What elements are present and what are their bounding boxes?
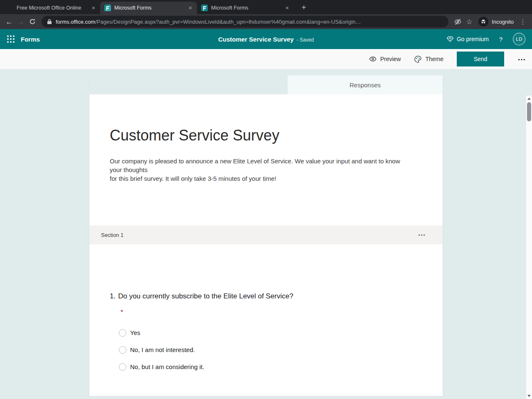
question-1[interactable]: 1. Do you currently subscribe to the Eli…: [110, 291, 420, 375]
browser-menu-button[interactable]: ⋮: [517, 16, 529, 27]
tab-close-icon[interactable]: ×: [187, 5, 194, 11]
star-icon: ☆: [466, 18, 473, 25]
back-icon: ←: [6, 18, 13, 25]
theme-button[interactable]: Theme: [414, 55, 443, 63]
microsoft-forms-icon: [104, 5, 111, 11]
reload-icon: [29, 18, 36, 25]
header-actions: Go premium ? LD: [447, 33, 525, 45]
send-button[interactable]: Send: [457, 52, 504, 66]
microsoft-forms-icon: [201, 5, 208, 11]
required-marker: *: [121, 309, 420, 317]
url-text: forms.office.com/Pages/DesignPage.aspx?a…: [56, 19, 361, 25]
form-description[interactable]: Our company is pleased to announce a new…: [110, 157, 409, 183]
tab-title: Microsoft Forms: [114, 5, 184, 11]
section-label: Section 1: [101, 232, 123, 238]
diamond-icon: [447, 36, 453, 42]
back-button[interactable]: ←: [3, 16, 15, 27]
section-header: Section 1 …: [89, 225, 443, 244]
tab-title: Microsoft Forms: [211, 5, 281, 11]
radio-option[interactable]: Yes: [110, 324, 420, 341]
lock-icon: [47, 19, 52, 25]
radio-button[interactable]: [119, 346, 126, 354]
incognito-icon: [478, 17, 488, 27]
browser-tab-forms-2[interactable]: Microsoft Forms ×: [197, 2, 294, 14]
forms-action-bar: Preview Theme Send …: [0, 49, 532, 69]
new-tab-button[interactable]: +: [298, 2, 310, 13]
form-body: Customer Service Survey Our company is p…: [89, 94, 443, 396]
option-label: No, I am not interested.: [130, 346, 195, 353]
browser-window: Free Microsoft Office Online × Microsoft…: [0, 0, 532, 399]
tab-title: Free Microsoft Office Online: [17, 5, 87, 11]
forward-icon: →: [17, 18, 25, 25]
form-card: Questions Responses Customer Service Sur…: [89, 75, 443, 396]
reload-button[interactable]: [27, 16, 38, 27]
question-text: Do you currently subscribe to the Elite …: [118, 291, 293, 301]
kebab-menu-icon: ⋮: [520, 19, 526, 25]
radio-option[interactable]: No, but I am considering it.: [110, 358, 420, 375]
forms-app-header: Forms Customer Service Survey - Saved Go…: [0, 29, 532, 49]
go-premium-button[interactable]: Go premium: [447, 36, 489, 42]
url-domain: forms.office.com: [56, 19, 95, 25]
radio-option[interactable]: No, I am not interested.: [110, 341, 420, 358]
option-label: No, but I am considering it.: [130, 363, 204, 370]
url-path: /Pages/DesignPage.aspx?auth_pvr=WindowsL…: [95, 19, 361, 25]
tracking-protection-button[interactable]: [452, 16, 463, 27]
form-description-line-2: for this brief survey. It will only take…: [110, 174, 409, 183]
scroll-down-icon: [527, 395, 531, 397]
scroll-up-button[interactable]: [526, 96, 532, 102]
forward-button[interactable]: →: [15, 16, 27, 27]
option-label: Yes: [130, 329, 140, 336]
bookmark-button[interactable]: ☆: [463, 16, 475, 27]
go-premium-label: Go premium: [457, 36, 489, 42]
microsoft-office-icon: [7, 5, 13, 11]
browser-tab-office[interactable]: Free Microsoft Office Online ×: [3, 2, 100, 14]
form-description-line-1: Our company is pleased to announce a new…: [110, 157, 409, 174]
address-bar[interactable]: forms.office.com/Pages/DesignPage.aspx?a…: [42, 16, 448, 27]
preview-label: Preview: [380, 56, 401, 62]
page-scrollbar[interactable]: [526, 96, 532, 399]
palette-icon: [414, 55, 422, 63]
incognito-badge: Incognito: [478, 17, 514, 27]
save-status: - Saved: [297, 37, 314, 43]
browser-tab-forms-active[interactable]: Microsoft Forms ×: [100, 2, 197, 14]
eye-icon: [369, 55, 377, 63]
scroll-down-button[interactable]: [526, 393, 532, 399]
help-button[interactable]: ?: [497, 36, 505, 43]
scrollbar-thumb[interactable]: [527, 102, 531, 121]
options-list: Yes No, I am not interested. No, but I a…: [110, 324, 420, 375]
section-more-button[interactable]: …: [418, 232, 426, 237]
account-avatar[interactable]: LD: [513, 33, 525, 45]
tab-close-icon[interactable]: ×: [90, 5, 97, 11]
tab-close-icon[interactable]: ×: [284, 5, 291, 11]
document-title-bar: Customer Service Survey - Saved: [83, 36, 449, 43]
radio-button[interactable]: [119, 363, 126, 371]
preview-button[interactable]: Preview: [369, 55, 401, 63]
incognito-label: Incognito: [492, 19, 514, 25]
waffle-menu-icon[interactable]: [7, 35, 15, 43]
form-designer-canvas: Questions Responses Customer Service Sur…: [0, 69, 532, 399]
more-options-button[interactable]: …: [517, 56, 526, 62]
app-name[interactable]: Forms: [21, 36, 40, 43]
browser-toolbar: ← → forms.office.com/Pages/DesignPage.as…: [0, 14, 532, 29]
theme-label: Theme: [425, 56, 443, 62]
question-text-row: 1. Do you currently subscribe to the Eli…: [110, 291, 420, 301]
radio-button[interactable]: [119, 329, 126, 337]
browser-tab-strip: Free Microsoft Office Online × Microsoft…: [0, 0, 532, 14]
form-tabs: Questions Responses: [89, 75, 443, 94]
document-title: Customer Service Survey: [218, 36, 294, 43]
form-title[interactable]: Customer Service Survey: [110, 127, 420, 144]
question-number: 1.: [110, 291, 116, 301]
tab-responses[interactable]: Responses: [288, 75, 443, 94]
scroll-up-icon: [527, 98, 531, 100]
eye-off-icon: [454, 18, 462, 26]
